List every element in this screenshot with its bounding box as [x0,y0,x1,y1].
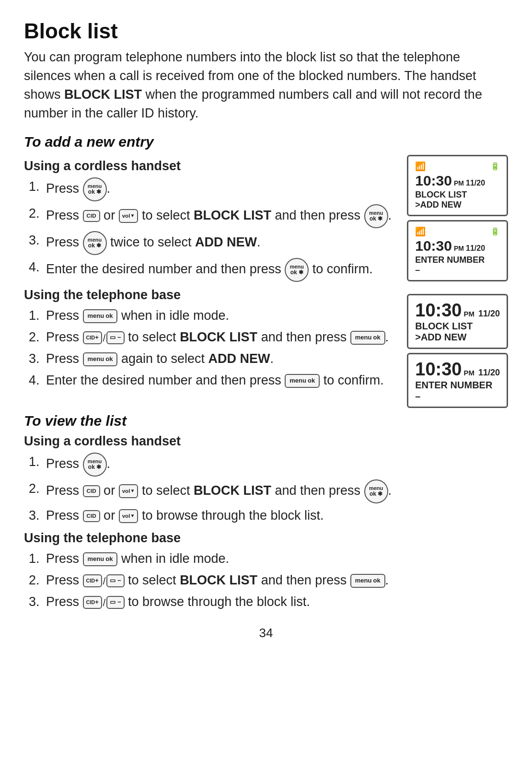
battery-icon: 🔋 [490,227,500,236]
cid-plus-v3[interactable]: CID + [83,596,102,609]
intro-paragraph: You can program telephone numbers into t… [24,48,508,123]
vol-button-v3[interactable]: vol▼ [119,509,139,523]
base-screen-time: 10:30 [415,300,462,321]
base-view-steps: 1. Press menuok when in idle mode. 2. Pr… [29,549,508,611]
vol-button[interactable]: vol▼ [119,209,139,222]
screen-line2: >ADD NEW [415,200,500,210]
cordless-screen-enternumber: 📶 🔋 10:30 PM 11/20 ENTER NUMBER – [407,220,508,281]
step-item: 3. Press menuok ✱ twice to select ADD NE… [29,231,393,255]
vol-minus-v3[interactable]: ▭ − [106,596,124,609]
subsection-base-add-heading: Using the telephone base [24,288,393,303]
page-title: Block list [24,19,508,43]
menu-ok-button-v1[interactable]: menuok ✱ [83,453,107,477]
page-number: 34 [24,626,508,641]
screen-line2: – [415,265,500,275]
section-view-heading: To view the list [24,413,508,429]
base-screen-line1: BLOCK LIST [415,321,500,332]
base-screen-date-2: 11/20 [478,368,500,378]
cordless-view-steps: 1. Press menuok ✱. 2. Press CID or vol▼ … [29,453,508,525]
vol-button-v2[interactable]: vol▼ [119,484,139,498]
base-screen-pm-2: PM [463,369,474,377]
cid-plus-button[interactable]: CID + [83,331,102,344]
subsection-cordless-add-heading: Using a cordless handset [24,159,393,174]
add-entry-screens: 📶 🔋 10:30 PM 11/20 BLOCK LIST >ADD NEW 📶… [407,155,508,408]
menu-ok-button[interactable]: menuok ✱ [83,177,107,201]
vol-minus-v2[interactable]: ▭ − [106,574,124,587]
screen-time: 10:30 [415,173,452,189]
base-screen-pm: PM [463,310,474,318]
signal-icon: 📶 [415,161,426,172]
screen-date: 11/20 [466,179,485,187]
step-item: 1. Press menuok ✱. [29,453,508,477]
menu-ok-rect-button-3[interactable]: menuok [83,352,118,366]
base-screen-line2-2: – [415,391,500,402]
screen-line1: BLOCK LIST [415,190,500,200]
cid-button-v3[interactable]: CID [83,510,100,522]
menu-ok-rect-button-4[interactable]: menuok [285,374,320,388]
menu-ok-rect-v1[interactable]: menuok [83,552,118,566]
subsection-base-view-heading: Using the telephone base [24,531,508,546]
add-entry-text: Using a cordless handset 1. Press menuok… [24,155,393,396]
block-list-bold: BLOCK LIST [64,87,142,102]
base-screen-line1-2: ENTER NUMBER [415,380,500,391]
step-item: 4. Enter the desired number and then pre… [29,258,393,282]
step-item: 2. Press CID +/▭ − to select BLOCK LIST … [29,328,393,347]
menu-ok-button-2[interactable]: menuok ✱ [364,204,388,228]
signal-icon: 📶 [415,226,426,237]
step-item: 1. Press menuok when in idle mode. [29,549,508,568]
section-add-heading: To add a new entry [24,134,508,150]
step-item: 3. Press menuok again to select ADD NEW. [29,350,393,368]
base-screen-line2: >ADD NEW [415,332,500,343]
menu-ok-button-v2[interactable]: menuok ✱ [364,479,388,503]
menu-ok-rect-button[interactable]: menuok [83,309,118,323]
screen-time: 10:30 [415,238,452,254]
step-item: 4. Enter the desired number and then pre… [29,371,393,390]
step-item: 2. Press CID +/▭ − to select BLOCK LIST … [29,571,508,590]
cordless-screen-blocklist: 📶 🔋 10:30 PM 11/20 BLOCK LIST >ADD NEW [407,155,508,216]
menu-ok-rect-button-2[interactable]: menuok [350,331,385,345]
battery-icon: 🔋 [490,162,500,171]
step-item: 2. Press CID or vol▼ to select BLOCK LIS… [29,204,393,228]
cid-button-v2[interactable]: CID [83,485,100,497]
step-item: 2. Press CID or vol▼ to select BLOCK LIS… [29,479,508,503]
vol-minus-button[interactable]: ▭ − [106,331,124,344]
cid-button[interactable]: CID [83,210,100,222]
step-item: 1. Press menuok when in idle mode. [29,306,393,325]
menu-ok-button-4[interactable]: menuok ✱ [285,258,309,282]
step-item: 3. Press CID or vol▼ to browse through t… [29,506,508,525]
subsection-cordless-view-heading: Using a cordless handset [24,434,508,449]
step-item: 1. Press menuok ✱. [29,177,393,201]
base-screen-enternumber: 10:30 PM 11/20 ENTER NUMBER – [407,353,508,408]
base-screen-blocklist: 10:30 PM 11/20 BLOCK LIST >ADD NEW [407,294,508,349]
base-screen-date: 11/20 [478,309,500,319]
menu-ok-rect-v2[interactable]: menuok [350,574,385,588]
base-add-steps: 1. Press menuok when in idle mode. 2. Pr… [29,306,393,390]
screen-date: 11/20 [466,244,485,253]
screen-pm: PM [454,179,464,187]
screen-line1: ENTER NUMBER [415,255,500,265]
add-entry-layout: Using a cordless handset 1. Press menuok… [24,155,508,408]
step-item: 3. Press CID +/▭ − to browse through the… [29,593,508,611]
cid-plus-v2[interactable]: CID + [83,574,102,587]
menu-ok-button-3[interactable]: menuok ✱ [83,231,107,255]
screen-pm: PM [454,245,464,252]
base-screen-time-2: 10:30 [415,359,462,380]
cordless-add-steps: 1. Press menuok ✱. 2. Press CID or vol▼ … [29,177,393,282]
